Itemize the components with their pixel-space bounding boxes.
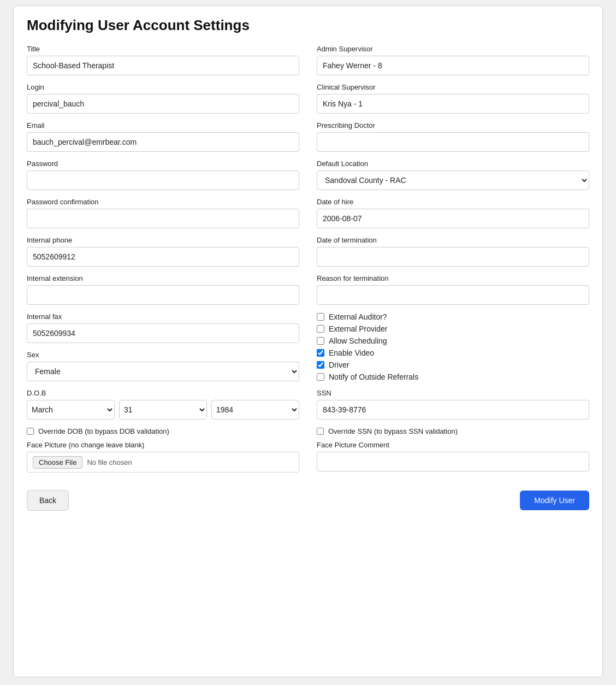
left-column: Title Login Email Password Password conf… xyxy=(27,45,299,480)
allow-scheduling-label: Allow Scheduling xyxy=(329,336,387,345)
default-location-label: Default Location xyxy=(317,160,589,168)
modify-user-button[interactable]: Modify User xyxy=(520,491,589,510)
clinical-supervisor-group: Clinical Supervisor xyxy=(317,83,589,114)
dob-year-select[interactable]: 1970197119721973 1974197519761977 197819… xyxy=(211,400,299,420)
default-location-group: Default Location Sandoval County - RAC xyxy=(317,160,589,190)
internal-phone-group: Internal phone xyxy=(27,236,299,267)
sex-label: Sex xyxy=(27,351,299,359)
enable-video-checkbox[interactable] xyxy=(317,349,324,357)
login-group: Login xyxy=(27,83,299,114)
main-container: Modifying User Account Settings Title Lo… xyxy=(13,5,603,677)
internal-fax-group: Internal fax xyxy=(27,312,299,343)
reason-for-termination-input[interactable] xyxy=(317,285,589,305)
admin-supervisor-group: Admin Supervisor xyxy=(317,45,589,75)
right-column: Admin Supervisor Clinical Supervisor Pre… xyxy=(317,45,589,480)
face-picture-section: Face Picture (no change leave blank) Cho… xyxy=(27,441,299,473)
ssn-group: SSN xyxy=(317,389,589,420)
dob-day-select[interactable]: 12345 678910 1112131415 1617181920 21222… xyxy=(119,400,207,420)
override-ssn-row: Override SSN (to bypass SSN validation) xyxy=(317,427,589,435)
file-name-text: No file chosen xyxy=(87,458,132,466)
internal-phone-input[interactable] xyxy=(27,247,299,267)
password-confirm-input[interactable] xyxy=(27,209,299,228)
sex-group: Sex Female Male Other xyxy=(27,351,299,381)
date-of-hire-group: Date of hire xyxy=(317,198,589,228)
reason-for-termination-group: Reason for termination xyxy=(317,274,589,305)
clinical-supervisor-label: Clinical Supervisor xyxy=(317,83,589,91)
date-of-hire-label: Date of hire xyxy=(317,198,589,206)
clinical-supervisor-input[interactable] xyxy=(317,94,589,114)
external-provider-checkbox[interactable] xyxy=(317,325,324,333)
internal-fax-input[interactable] xyxy=(27,323,299,343)
password-confirm-group: Password confirmation xyxy=(27,198,299,228)
checkbox-group: External Auditor? External Provider Allo… xyxy=(317,312,589,381)
internal-ext-label: Internal extension xyxy=(27,274,299,282)
driver-checkbox[interactable] xyxy=(317,361,324,369)
face-picture-comment-input[interactable] xyxy=(317,452,589,471)
external-auditor-label: External Auditor? xyxy=(329,312,387,321)
page-title: Modifying User Account Settings xyxy=(27,17,589,34)
allow-scheduling-checkbox[interactable] xyxy=(317,337,324,345)
allow-scheduling-item: Allow Scheduling xyxy=(317,336,589,345)
external-auditor-checkbox[interactable] xyxy=(317,313,324,321)
driver-label: Driver xyxy=(329,361,349,369)
admin-supervisor-input[interactable] xyxy=(317,56,589,75)
override-ssn-checkbox[interactable] xyxy=(317,428,324,435)
dob-group: D.O.B JanuaryFebruaryMarchApril MayJuneJ… xyxy=(27,389,299,420)
driver-item: Driver xyxy=(317,361,589,369)
default-location-select[interactable]: Sandoval County - RAC xyxy=(317,170,589,190)
override-dob-label: Override DOB (to bypass DOB validation) xyxy=(38,427,169,435)
face-picture-comment-group: Face Picture Comment xyxy=(317,441,589,471)
face-picture-label: Face Picture (no change leave blank) xyxy=(27,441,299,449)
date-of-termination-group: Date of termination xyxy=(317,236,589,267)
choose-file-button[interactable]: Choose File xyxy=(33,456,82,469)
date-of-hire-input[interactable] xyxy=(317,209,589,228)
enable-video-item: Enable Video xyxy=(317,349,589,357)
override-dob-row: Override DOB (to bypass DOB validation) xyxy=(27,427,299,435)
login-label: Login xyxy=(27,83,299,91)
prescribing-doctor-label: Prescribing Doctor xyxy=(317,121,589,129)
notify-outside-referrals-item: Notify of Outside Referrals xyxy=(317,373,589,381)
reason-for-termination-label: Reason for termination xyxy=(317,274,589,282)
date-of-termination-input[interactable] xyxy=(317,247,589,267)
footer-row: Back Modify User xyxy=(27,490,589,511)
email-group: Email xyxy=(27,121,299,152)
notify-outside-referrals-label: Notify of Outside Referrals xyxy=(329,373,418,381)
internal-ext-group: Internal extension xyxy=(27,274,299,305)
password-confirm-label: Password confirmation xyxy=(27,198,299,206)
dob-month-select[interactable]: JanuaryFebruaryMarchApril MayJuneJulyAug… xyxy=(27,400,115,420)
internal-ext-input[interactable] xyxy=(27,285,299,305)
login-input[interactable] xyxy=(27,94,299,114)
title-group: Title xyxy=(27,45,299,75)
external-auditor-item: External Auditor? xyxy=(317,312,589,321)
dob-label: D.O.B xyxy=(27,389,299,397)
enable-video-label: Enable Video xyxy=(329,349,374,357)
title-input[interactable] xyxy=(27,56,299,75)
date-of-termination-label: Date of termination xyxy=(317,236,589,244)
form-grid: Title Login Email Password Password conf… xyxy=(27,45,589,480)
email-input[interactable] xyxy=(27,132,299,152)
external-provider-item: External Provider xyxy=(317,324,589,333)
sex-select[interactable]: Female Male Other xyxy=(27,362,299,381)
override-dob-checkbox[interactable] xyxy=(27,428,34,435)
ssn-label: SSN xyxy=(317,389,589,397)
back-button[interactable]: Back xyxy=(27,490,69,511)
prescribing-doctor-group: Prescribing Doctor xyxy=(317,121,589,152)
external-provider-label: External Provider xyxy=(329,324,387,333)
title-label: Title xyxy=(27,45,299,53)
notify-outside-referrals-checkbox[interactable] xyxy=(317,373,324,381)
admin-supervisor-label: Admin Supervisor xyxy=(317,45,589,53)
dob-row: JanuaryFebruaryMarchApril MayJuneJulyAug… xyxy=(27,400,299,420)
internal-phone-label: Internal phone xyxy=(27,236,299,244)
ssn-input[interactable] xyxy=(317,400,589,420)
override-ssn-label: Override SSN (to bypass SSN validation) xyxy=(328,427,458,435)
file-input-wrapper: Choose File No file chosen xyxy=(27,452,299,473)
internal-fax-label: Internal fax xyxy=(27,312,299,321)
email-label: Email xyxy=(27,121,299,129)
face-picture-comment-label: Face Picture Comment xyxy=(317,441,589,449)
prescribing-doctor-input[interactable] xyxy=(317,132,589,152)
password-input[interactable] xyxy=(27,170,299,190)
password-label: Password xyxy=(27,160,299,168)
password-group: Password xyxy=(27,160,299,190)
